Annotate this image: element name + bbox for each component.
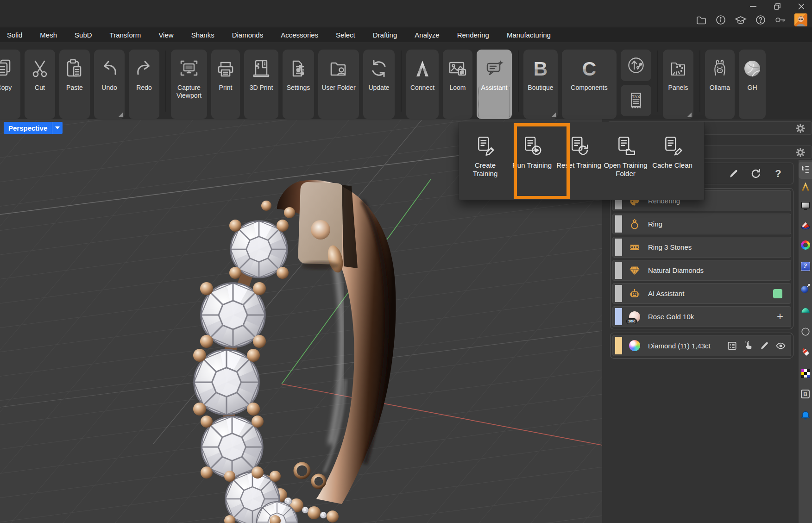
minimize-button[interactable]	[746, 1, 760, 12]
select-hand-icon[interactable]	[743, 340, 754, 351]
gem-blob-icon[interactable]	[800, 305, 811, 316]
viewport-camera-tab[interactable]: Perspective	[4, 122, 63, 134]
menu-subd[interactable]: SubD	[75, 31, 92, 39]
education-icon[interactable]	[735, 14, 747, 26]
toolbar-button-markup[interactable]	[621, 50, 651, 81]
toolbar-button-ollama[interactable]: Ollama	[705, 50, 735, 119]
menu-item-open-training-folder[interactable]: Open Training Folder	[602, 125, 649, 197]
chevron-down-icon	[55, 126, 60, 129]
menu-analyze[interactable]: Analyze	[415, 31, 439, 39]
toolbar-button-user-folder[interactable]: User Folder	[318, 50, 359, 119]
eye-visibility-icon[interactable]	[775, 340, 786, 351]
toolbar-button-update[interactable]: Update	[363, 50, 395, 119]
toolbar-label: Paste	[64, 84, 85, 92]
toolbar-button-connect[interactable]: Connect	[406, 50, 439, 119]
color-wheel-icon[interactable]	[800, 239, 811, 250]
list-properties-icon[interactable]	[727, 340, 737, 351]
layer-row-ring-3-stones[interactable]: Ring 3 Stones	[612, 237, 791, 258]
layer-row-ring[interactable]: Ring	[612, 214, 791, 234]
edit-pencil-icon[interactable]	[728, 168, 739, 179]
paint-tube-icon[interactable]	[800, 347, 811, 357]
layer-tree-icon[interactable]	[800, 164, 811, 175]
gear-icon[interactable]	[795, 123, 806, 133]
toolbar-divider	[165, 50, 166, 112]
toolbar-button-settings[interactable]: Settings	[283, 50, 314, 119]
menu-item-cache-clean[interactable]: Cache Clean	[649, 125, 696, 197]
menu-select[interactable]: Select	[336, 31, 355, 39]
material-group: Diamond (11) 1,43ct	[610, 333, 793, 359]
toolbar-label: Loom	[447, 84, 468, 92]
toolbar-button-components[interactable]: C Components	[562, 50, 617, 119]
notification-bell-icon[interactable]	[800, 410, 811, 421]
b-panel-icon[interactable]: B	[800, 389, 811, 399]
gear-icon[interactable]	[795, 147, 806, 158]
help-icon[interactable]	[755, 14, 767, 26]
menu-mesh[interactable]: Mesh	[40, 31, 57, 39]
menu-transform[interactable]: Transform	[110, 31, 141, 39]
viewport-camera-dropdown[interactable]	[52, 122, 63, 134]
toolbar-button-print[interactable]: Print	[211, 50, 240, 119]
color-checker-icon[interactable]	[800, 368, 811, 378]
add-material-button[interactable]: +	[777, 310, 783, 323]
toolbar-button-panels[interactable]: Panels	[663, 50, 693, 119]
menu-view[interactable]: View	[158, 31, 173, 39]
user-avatar[interactable]	[794, 13, 807, 26]
menu-diamonds[interactable]: Diamonds	[232, 31, 264, 39]
toolbar-label: User Folder	[319, 84, 358, 92]
toolbar-button-assistant[interactable]: Assistant	[477, 50, 512, 119]
menu-item-reset-training[interactable]: Reset Training	[555, 125, 602, 197]
circle-outline-icon[interactable]	[800, 326, 811, 337]
layer-row-natural-diamonds[interactable]: Natural Diamonds	[612, 260, 791, 281]
edit-pencil-icon[interactable]	[759, 340, 770, 351]
material-actions	[727, 335, 786, 356]
toolbar-button-tax[interactable]: TAX	[621, 85, 651, 116]
svg-text:C: C	[582, 58, 596, 80]
layer-list: Rendering Ring Ring 3 Stones	[610, 188, 793, 329]
toolbar-button-undo[interactable]: Undo	[94, 50, 125, 119]
toolbar-button-loom[interactable]: Loom	[443, 50, 472, 119]
menu-item-run-training[interactable]: Run Training	[509, 125, 555, 197]
help-box-icon[interactable]: ?	[800, 261, 811, 271]
toolbar-button-capture-viewport[interactable]: Capture Viewport	[171, 50, 207, 119]
toolbar-button-3d-print[interactable]: 3D Print	[244, 50, 278, 119]
reset-training-icon	[568, 135, 590, 157]
toolbar-button-cut[interactable]: Cut	[25, 50, 55, 119]
menu-solid[interactable]: Solid	[7, 31, 22, 39]
window-controls	[746, 1, 808, 12]
toolbar-label: Settings	[284, 84, 313, 92]
ai-assistant-color-swatch[interactable]	[773, 289, 782, 298]
menu-rendering[interactable]: Rendering	[457, 31, 489, 39]
menu-shanks[interactable]: Shanks	[191, 31, 214, 39]
viewport-camera-label: Perspective	[4, 122, 52, 134]
layer-color-bar	[615, 285, 622, 302]
menu-manufacturing[interactable]: Manufacturing	[507, 31, 551, 39]
bongo-bomb-icon[interactable]	[800, 283, 811, 294]
material-label: Diamond (11) 1,43ct	[648, 342, 711, 350]
menu-accessories[interactable]: Accessories	[281, 31, 318, 39]
folder-icon[interactable]	[695, 14, 707, 26]
toolbar-button-gh[interactable]: GH	[739, 50, 766, 119]
cake-slice-icon[interactable]	[800, 220, 811, 231]
toolbar-button-redo[interactable]: Redo	[129, 50, 159, 119]
info-icon[interactable]	[715, 14, 727, 26]
material-row-diamond[interactable]: Diamond (11) 1,43ct	[612, 335, 791, 356]
layer-row-ai-assistant[interactable]: AI Assistant	[612, 283, 791, 304]
diamond-gem-icon	[629, 265, 641, 277]
help-icon[interactable]: ?	[773, 168, 784, 179]
display-monitor-icon[interactable]	[800, 200, 811, 211]
license-key-icon[interactable]	[774, 14, 787, 26]
ring-3-stones-icon	[629, 241, 641, 253]
matrix-gold-a-icon[interactable]	[800, 181, 811, 192]
layer-row-rose-gold[interactable]: 10K Rose Gold 10k +	[612, 306, 791, 327]
restore-button[interactable]	[770, 1, 784, 12]
toolbar-button-copy[interactable]: Copy	[0, 50, 20, 119]
refresh-icon[interactable]	[750, 168, 762, 179]
toolbar-button-boutique[interactable]: B Boutique	[523, 50, 558, 119]
toolbar-button-paste[interactable]: Paste	[59, 50, 90, 119]
menu-drafting[interactable]: Drafting	[373, 31, 397, 39]
menu-item-create-training[interactable]: Create Training	[462, 125, 509, 197]
redo-arrow-icon	[133, 57, 155, 80]
material-color-bar	[615, 337, 622, 354]
close-button[interactable]	[794, 1, 808, 12]
toolbar-label: Cut	[32, 84, 47, 92]
